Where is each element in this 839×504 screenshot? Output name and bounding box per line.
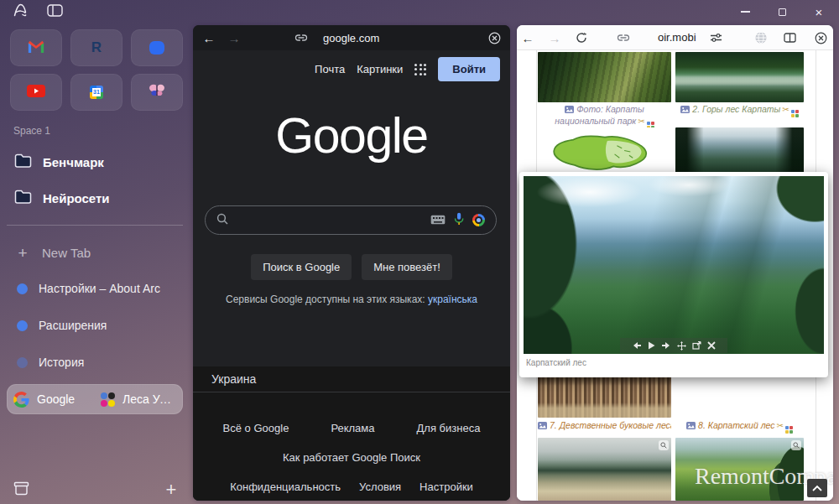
footer-link[interactable]: Условия [359, 481, 401, 493]
footer-country: Украина [193, 366, 510, 392]
caption-link[interactable]: 2. Горы лес Карпаты [692, 104, 780, 114]
photo-karpaty-park[interactable] [538, 52, 671, 102]
next-icon[interactable] [661, 341, 671, 350]
footer-link[interactable]: Всё о Google [223, 422, 289, 434]
scroll-to-top-button[interactable] [807, 479, 827, 497]
close-pane-icon[interactable] [485, 25, 503, 50]
photo-green-hills[interactable] [675, 438, 804, 501]
folder-label: Бенчмарк [43, 155, 104, 169]
sidebar-toggle-icon[interactable] [47, 4, 63, 20]
sidebar-folder-benchmark[interactable]: Бенчмарк [7, 148, 183, 175]
close-lightbox-icon[interactable] [707, 341, 716, 350]
active-split-tab[interactable]: Google Леса Ук… [7, 384, 183, 414]
cut-icon[interactable]: ✂ [777, 421, 784, 430]
split-view-icon[interactable] [780, 25, 799, 50]
caption-link[interactable]: 7. Девственные буковые леса Карпат [550, 420, 671, 430]
play-icon[interactable] [648, 341, 655, 350]
google-search-button[interactable]: Поиск в Google [251, 254, 352, 280]
photo-gory-les[interactable] [675, 52, 804, 102]
lightbox-caption: Карпатский лес [524, 354, 824, 374]
keyboard-icon[interactable] [430, 213, 446, 228]
photo-misty-mountains[interactable] [538, 438, 671, 501]
gmail-icon [28, 40, 44, 56]
language-line: Сервисы Google доступны на этих языках: … [193, 294, 510, 305]
tab-favicon [17, 357, 28, 368]
url-text[interactable]: oir.mobi [658, 31, 696, 44]
forward-icon[interactable]: → [225, 25, 243, 50]
search-box[interactable] [205, 205, 497, 235]
sidebar-divider [7, 225, 183, 226]
magnifier-icon [791, 440, 801, 450]
blue-app-icon [149, 41, 164, 55]
active-tab-google[interactable]: Google [7, 392, 94, 408]
forward-icon[interactable]: → [545, 25, 564, 50]
prev-icon[interactable] [632, 341, 642, 350]
back-icon[interactable]: ← [519, 25, 537, 50]
gmail-link[interactable]: Почта [315, 63, 345, 75]
footer-link[interactable]: Как работает Google Поиск [283, 451, 420, 464]
active-tab-label-left: Google [37, 392, 75, 406]
cut-icon[interactable]: ✂ [782, 105, 789, 114]
footer-link[interactable]: Реклама [331, 422, 374, 434]
minimize-button[interactable] [738, 5, 752, 18]
footer-links-row3: Конфиденциальность Условия Настройки [193, 481, 510, 493]
sidebar-tab-history[interactable]: История [7, 349, 183, 376]
language-link[interactable]: українська [428, 294, 477, 305]
lightbox-photo[interactable] [524, 176, 824, 354]
maximize-button[interactable] [775, 5, 789, 18]
mini-icon[interactable] [785, 426, 793, 434]
search-buttons: Поиск в Google Мне повезёт! [193, 254, 510, 280]
caption-link[interactable]: 8. Карпатский лес [698, 420, 775, 430]
add-icon[interactable]: + [163, 481, 180, 499]
photo-beech-forest[interactable] [538, 371, 671, 418]
link-icon[interactable] [292, 25, 310, 50]
lens-icon[interactable] [472, 214, 485, 226]
photo-ukraine-map[interactable] [538, 127, 671, 175]
resize-icon[interactable] [692, 341, 701, 350]
pinned-tile-youtube[interactable] [10, 74, 62, 111]
active-tab-lesa[interactable]: Леса Ук… [94, 392, 183, 407]
new-tab-button[interactable]: + New Tab [7, 239, 183, 266]
photo-mountain-valley[interactable] [675, 127, 804, 175]
cut-icon[interactable]: ✂ [638, 117, 644, 126]
back-icon[interactable]: ← [200, 25, 218, 50]
pinned-tile-calendar[interactable]: 31 [70, 74, 122, 111]
folder-label: Нейросети [43, 191, 110, 205]
caption-cell: 8. Карпатский лес✂ [675, 420, 804, 434]
pinned-tile-blue-app[interactable] [131, 29, 183, 66]
folder-icon [14, 190, 32, 207]
footer-link[interactable]: Конфиденциальность [230, 481, 341, 493]
move-icon[interactable] [677, 341, 686, 351]
archive-icon[interactable] [13, 481, 29, 499]
pinned-tile-butterfly-app[interactable] [131, 74, 183, 111]
close-window-button[interactable]: × [812, 5, 826, 18]
tune-icon[interactable] [706, 25, 725, 50]
google-footer: Украина Всё о Google Реклама Для бизнеса… [193, 366, 510, 501]
pinned-tile-r-app[interactable]: R [70, 29, 122, 66]
close-pane-icon[interactable] [811, 25, 830, 50]
sidebar-tab-extensions[interactable]: Расширения [7, 312, 183, 339]
link-icon[interactable] [614, 25, 633, 50]
search-icon [216, 213, 228, 228]
language-text: Сервисы Google доступны на этих языках: [226, 294, 425, 305]
lesa-favicon [101, 392, 115, 407]
sidebar-folder-neural[interactable]: Нейросети [7, 184, 183, 211]
sidebar-tab-settings[interactable]: Настройки – About Arc [7, 275, 183, 302]
folder-icon [14, 153, 32, 171]
lucky-button[interactable]: Мне повезёт! [362, 254, 452, 280]
signin-button[interactable]: Войти [438, 57, 500, 81]
caption-cell: Фото: Карпаты национальный парк✂ [538, 104, 671, 129]
tab-favicon [17, 283, 28, 294]
globe-icon[interactable] [752, 25, 770, 50]
url-text[interactable]: google.com [323, 32, 379, 44]
footer-link[interactable]: Настройки [420, 481, 473, 493]
apps-grid-icon[interactable] [414, 64, 426, 75]
reload-icon[interactable] [572, 25, 591, 50]
footer-link[interactable]: Для бизнеса [417, 422, 481, 434]
arc-logo-icon[interactable] [12, 2, 29, 22]
mini-icon[interactable] [791, 110, 799, 117]
pinned-tile-gmail[interactable] [10, 29, 62, 66]
images-link[interactable]: Картинки [357, 63, 403, 75]
pinned-apps-grid: R 31 [10, 29, 183, 111]
voice-search-icon[interactable] [454, 212, 464, 229]
